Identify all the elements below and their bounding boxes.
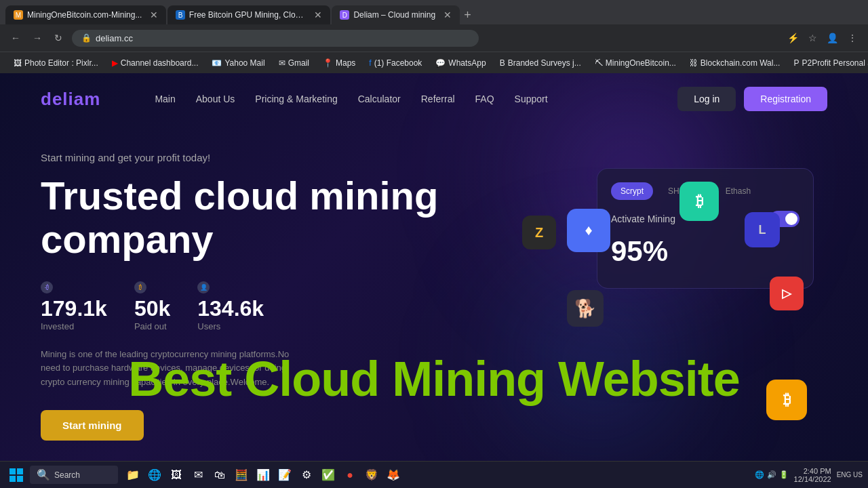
bookmark-branded-label: Branded Surveys j... — [508, 58, 581, 68]
logo-text: deliam — [41, 89, 100, 109]
nav-about[interactable]: About Us — [196, 94, 235, 104]
start-button[interactable] — [5, 464, 27, 486]
bookmark-yahoo-label: Yahoo Mail — [224, 58, 264, 68]
lang-display: ENG US — [837, 471, 863, 479]
menu-button[interactable]: ⋮ — [845, 30, 860, 46]
lock-icon: 🔒 — [81, 33, 92, 43]
bookmark-branded-icon: B — [500, 58, 505, 68]
system-tray: 🌐 🔊 🔋 — [755, 470, 789, 479]
card-tab-scrypt[interactable]: Scrypt — [611, 182, 653, 200]
card-tab-ethash[interactable]: Ethash — [716, 182, 760, 200]
stat-users-icon: 👤 — [197, 281, 210, 293]
svg-rect-3 — [17, 476, 23, 482]
bookmark-gmail-icon: ✉ — [279, 58, 285, 68]
nav-calculator[interactable]: Calculator — [358, 94, 401, 104]
tab-1[interactable]: M MiningOneBitcoin.com-Mining... ✕ — [5, 5, 166, 24]
crypto-zcash-icon: Z — [522, 216, 556, 249]
nav-support[interactable]: Support — [515, 94, 548, 104]
taskbar: 🔍 Search 📁 🌐 🖼 ✉ 🛍 🧮 📊 📝 ⚙ ✅ ● 🦁 🦊 🌐 🔊 🔋… — [0, 461, 868, 488]
nav-main[interactable]: Main — [155, 94, 175, 104]
address-bar[interactable]: 🔒 deliam.cc — [72, 30, 479, 47]
start-mining-button[interactable]: Start mining — [41, 410, 144, 441]
taskbar-search[interactable]: 🔍 Search — [30, 466, 118, 484]
taskbar-app-edge[interactable]: 🌐 — [145, 466, 164, 485]
overlay-text: Best Cloud Mining Website — [0, 351, 868, 407]
tab-1-close[interactable]: ✕ — [150, 9, 158, 20]
battery-icon: 🔋 — [779, 470, 789, 479]
crypto-dog-icon: 🐕 — [567, 290, 604, 327]
stat-paidout: ₿ 50k Paid out — [134, 281, 170, 331]
login-button[interactable]: Log in — [677, 87, 736, 111]
stat-users-value: 134.6k — [197, 296, 264, 321]
new-tab-button[interactable]: + — [460, 8, 475, 22]
bookmark-p2profit[interactable]: P P2Profit Personal ac... — [788, 56, 868, 70]
nav-bar: ← → ↻ 🔒 deliam.cc ⚡ ☆ 👤 ⋮ — [0, 24, 868, 52]
tab-2-close[interactable]: ✕ — [314, 9, 322, 20]
search-icon: 🔍 — [37, 468, 50, 481]
taskbar-app-settings[interactable]: ⚙ — [297, 466, 316, 485]
bookmark-gmail-label: Gmail — [288, 58, 309, 68]
bookmark-photo-editor[interactable]: 🖼 Photo Editor : Pixlr... — [8, 56, 104, 70]
svg-rect-1 — [17, 468, 23, 474]
back-button[interactable]: ← — [8, 30, 23, 46]
bookmark-whatsapp-label: WhatsApp — [448, 58, 486, 68]
taskbar-app-explorer[interactable]: 📁 — [123, 466, 142, 485]
activate-mining-label: Activate Mining — [611, 214, 675, 224]
taskbar-app-word[interactable]: 📝 — [275, 466, 294, 485]
register-button[interactable]: Registration — [744, 87, 827, 111]
network-icon: 🌐 — [755, 470, 764, 479]
site-logo[interactable]: deliam — [41, 89, 100, 110]
taskbar-app-brave[interactable]: 🦁 — [362, 466, 381, 485]
bookmark-whatsapp-icon: 💬 — [435, 58, 446, 68]
svg-rect-2 — [9, 476, 16, 482]
stat-users: 👤 134.6k Users — [197, 281, 264, 331]
profile-button[interactable]: 👤 — [824, 30, 841, 46]
bookmark-blockchain[interactable]: ⛓ Blockchain.com Wal... — [684, 56, 786, 70]
taskbar-app-chrome[interactable]: ● — [340, 466, 359, 485]
bookmark-gmail[interactable]: ✉ Gmail — [273, 56, 315, 70]
taskbar-app-excel[interactable]: 📊 — [254, 466, 273, 485]
site-nav: Main About Us Pricing & Marketing Calcul… — [155, 94, 677, 104]
bookmark-mining1[interactable]: ⛏ MiningOneBitcoin... — [589, 56, 682, 70]
bookmark-facebook[interactable]: f (1) Facebook — [363, 56, 427, 70]
bookmark-maps[interactable]: 📍 Maps — [317, 56, 361, 70]
stat-paidout-value: 50k — [134, 296, 170, 321]
bookmark-blockchain-label: Blockchain.com Wal... — [701, 58, 781, 68]
bookmark-channel-icon: ▶ — [112, 58, 118, 68]
bookmark-yahoo-icon: 📧 — [212, 58, 222, 68]
extensions-button[interactable]: ⚡ — [785, 30, 802, 46]
stat-users-label: Users — [197, 321, 264, 331]
nav-faq[interactable]: FAQ — [475, 94, 494, 104]
tab-3[interactable]: D Deliam – Cloud mining ✕ — [332, 5, 460, 24]
taskbar-app-calc[interactable]: 🧮 — [232, 466, 251, 485]
tab-1-favicon: M — [14, 10, 23, 20]
nav-referral[interactable]: Referral — [421, 94, 455, 104]
bookmark-whatsapp[interactable]: 💬 WhatsApp — [430, 56, 491, 70]
date-display: 12/14/2022 — [794, 475, 831, 483]
tab-3-close[interactable]: ✕ — [443, 9, 452, 20]
bookmarks-bar: 🖼 Photo Editor : Pixlr... ▶ Channel dash… — [0, 52, 868, 73]
forward-button[interactable]: → — [30, 30, 45, 46]
taskbar-app-mail[interactable]: ✉ — [189, 466, 208, 485]
bookmark-channel[interactable]: ▶ Channel dashboard... — [106, 56, 204, 70]
bookmark-branded[interactable]: B Branded Surveys j... — [494, 56, 587, 70]
volume-icon: 🔊 — [767, 470, 776, 479]
reload-button[interactable]: ↻ — [52, 30, 65, 46]
stat-invested: -₿ 179.1k Invested — [41, 281, 107, 331]
stat-paidout-icon: ₿ — [134, 281, 146, 293]
taskbar-app-firefox[interactable]: 🦊 — [384, 466, 403, 485]
bookmark-maps-label: Maps — [336, 58, 355, 68]
tab-2[interactable]: B Free Bitcoin GPU Mining, Cloud... ✕ — [167, 5, 330, 24]
bookmark-yahoo[interactable]: 📧 Yahoo Mail — [206, 56, 270, 70]
stat-users-icons: 👤 — [197, 281, 264, 293]
bookmark-facebook-icon: f — [369, 58, 371, 68]
taskbar-app-photos[interactable]: 🖼 — [167, 466, 186, 485]
nav-pricing[interactable]: Pricing & Marketing — [255, 94, 337, 104]
bookmark-button[interactable]: ☆ — [806, 30, 820, 46]
tab-2-favicon: B — [176, 10, 184, 20]
crypto-ltc-icon: L — [745, 212, 780, 247]
crypto-btc-icon: ₿ — [679, 182, 719, 221]
taskbar-app-store[interactable]: 🛍 — [210, 466, 229, 485]
stat-invested-icon: -₿ — [41, 281, 53, 293]
taskbar-app-tasks[interactable]: ✅ — [319, 466, 338, 485]
